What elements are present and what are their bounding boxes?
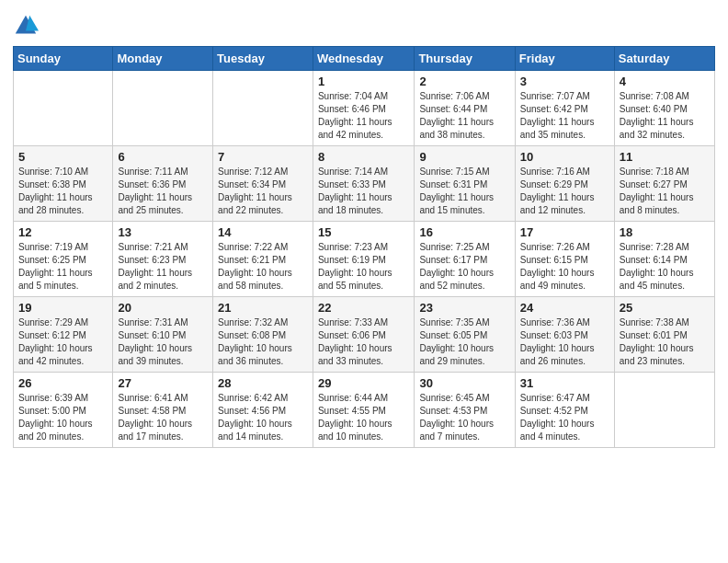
header-friday: Friday [515, 47, 614, 71]
day-number: 26 [18, 376, 108, 390]
day-number: 9 [419, 150, 509, 164]
day-number: 23 [419, 301, 509, 315]
day-info: Sunrise: 7:36 AM Sunset: 6:03 PM Dayligh… [520, 316, 609, 368]
day-number: 24 [520, 301, 609, 315]
day-info: Sunrise: 7:08 AM Sunset: 6:40 PM Dayligh… [620, 90, 710, 142]
day-info: Sunrise: 7:29 AM Sunset: 6:12 PM Dayligh… [18, 316, 108, 368]
day-info: Sunrise: 6:47 AM Sunset: 4:52 PM Dayligh… [520, 392, 609, 443]
header-thursday: Thursday [415, 47, 515, 71]
day-info: Sunrise: 7:25 AM Sunset: 6:17 PM Dayligh… [419, 241, 509, 293]
header-tuesday: Tuesday [213, 47, 313, 71]
cell-4-6: 24Sunrise: 7:36 AM Sunset: 6:03 PM Dayli… [515, 297, 614, 373]
page: SundayMondayTuesdayWednesdayThursdayFrid… [0, 0, 728, 563]
week-row-4: 19Sunrise: 7:29 AM Sunset: 6:12 PM Dayli… [14, 297, 715, 373]
cell-5-7 [614, 373, 714, 448]
day-number: 11 [620, 150, 710, 164]
header-sunday: Sunday [14, 47, 113, 71]
day-number: 3 [520, 75, 609, 88]
day-number: 31 [520, 376, 609, 390]
cell-4-1: 19Sunrise: 7:29 AM Sunset: 6:12 PM Dayli… [14, 297, 113, 373]
cell-2-4: 8Sunrise: 7:14 AM Sunset: 6:33 PM Daylig… [313, 146, 414, 222]
day-number: 30 [419, 376, 509, 390]
header-row: SundayMondayTuesdayWednesdayThursdayFrid… [14, 47, 715, 71]
cell-3-6: 17Sunrise: 7:26 AM Sunset: 6:15 PM Dayli… [515, 222, 614, 297]
logo [13, 13, 42, 39]
day-number: 19 [18, 301, 108, 315]
cell-4-3: 21Sunrise: 7:32 AM Sunset: 6:08 PM Dayli… [213, 297, 313, 373]
logo-icon [13, 13, 39, 39]
cell-5-2: 27Sunrise: 6:41 AM Sunset: 4:58 PM Dayli… [113, 373, 213, 448]
cell-3-7: 18Sunrise: 7:28 AM Sunset: 6:14 PM Dayli… [614, 222, 714, 297]
cell-3-2: 13Sunrise: 7:21 AM Sunset: 6:23 PM Dayli… [113, 222, 213, 297]
day-info: Sunrise: 7:35 AM Sunset: 6:05 PM Dayligh… [419, 316, 509, 368]
day-info: Sunrise: 7:28 AM Sunset: 6:14 PM Dayligh… [620, 241, 710, 293]
day-info: Sunrise: 7:16 AM Sunset: 6:29 PM Dayligh… [520, 166, 609, 217]
day-info: Sunrise: 7:31 AM Sunset: 6:10 PM Dayligh… [118, 316, 208, 368]
cell-4-5: 23Sunrise: 7:35 AM Sunset: 6:05 PM Dayli… [415, 297, 515, 373]
cell-1-5: 2Sunrise: 7:06 AM Sunset: 6:44 PM Daylig… [415, 71, 515, 146]
day-number: 20 [118, 301, 208, 315]
day-number: 16 [419, 225, 509, 239]
day-info: Sunrise: 6:41 AM Sunset: 4:58 PM Dayligh… [118, 392, 208, 443]
day-info: Sunrise: 7:15 AM Sunset: 6:31 PM Dayligh… [419, 166, 509, 217]
week-row-5: 26Sunrise: 6:39 AM Sunset: 5:00 PM Dayli… [14, 373, 715, 448]
day-number: 10 [520, 150, 609, 164]
day-info: Sunrise: 7:38 AM Sunset: 6:01 PM Dayligh… [620, 316, 710, 368]
day-info: Sunrise: 7:14 AM Sunset: 6:33 PM Dayligh… [318, 166, 409, 217]
day-number: 28 [218, 376, 308, 390]
day-info: Sunrise: 6:45 AM Sunset: 4:53 PM Dayligh… [419, 392, 509, 443]
day-number: 13 [118, 225, 208, 239]
day-info: Sunrise: 7:11 AM Sunset: 6:36 PM Dayligh… [118, 166, 208, 217]
day-number: 12 [18, 225, 108, 239]
week-row-3: 12Sunrise: 7:19 AM Sunset: 6:25 PM Dayli… [14, 222, 715, 297]
cell-3-5: 16Sunrise: 7:25 AM Sunset: 6:17 PM Dayli… [415, 222, 515, 297]
cell-4-7: 25Sunrise: 7:38 AM Sunset: 6:01 PM Dayli… [614, 297, 714, 373]
day-info: Sunrise: 7:19 AM Sunset: 6:25 PM Dayligh… [18, 241, 108, 293]
header-wednesday: Wednesday [313, 47, 414, 71]
day-number: 15 [318, 225, 409, 239]
day-number: 27 [118, 376, 208, 390]
day-number: 4 [620, 75, 710, 88]
cell-2-5: 9Sunrise: 7:15 AM Sunset: 6:31 PM Daylig… [415, 146, 515, 222]
day-info: Sunrise: 7:18 AM Sunset: 6:27 PM Dayligh… [620, 166, 710, 217]
week-row-2: 5Sunrise: 7:10 AM Sunset: 6:38 PM Daylig… [14, 146, 715, 222]
day-info: Sunrise: 7:33 AM Sunset: 6:06 PM Dayligh… [318, 316, 409, 368]
cell-2-7: 11Sunrise: 7:18 AM Sunset: 6:27 PM Dayli… [614, 146, 714, 222]
cell-1-7: 4Sunrise: 7:08 AM Sunset: 6:40 PM Daylig… [614, 71, 714, 146]
cell-3-3: 14Sunrise: 7:22 AM Sunset: 6:21 PM Dayli… [213, 222, 313, 297]
day-number: 21 [218, 301, 308, 315]
cell-2-2: 6Sunrise: 7:11 AM Sunset: 6:36 PM Daylig… [113, 146, 213, 222]
cell-3-4: 15Sunrise: 7:23 AM Sunset: 6:19 PM Dayli… [313, 222, 414, 297]
cell-4-4: 22Sunrise: 7:33 AM Sunset: 6:06 PM Dayli… [313, 297, 414, 373]
day-number: 8 [318, 150, 409, 164]
day-number: 5 [18, 150, 108, 164]
day-info: Sunrise: 6:42 AM Sunset: 4:56 PM Dayligh… [218, 392, 308, 443]
day-info: Sunrise: 7:12 AM Sunset: 6:34 PM Dayligh… [218, 166, 308, 217]
day-number: 22 [318, 301, 409, 315]
day-number: 29 [318, 376, 409, 390]
day-info: Sunrise: 7:07 AM Sunset: 6:42 PM Dayligh… [520, 90, 609, 142]
cell-2-6: 10Sunrise: 7:16 AM Sunset: 6:29 PM Dayli… [515, 146, 614, 222]
cell-1-4: 1Sunrise: 7:04 AM Sunset: 6:46 PM Daylig… [313, 71, 414, 146]
day-number: 2 [419, 75, 509, 88]
day-number: 25 [620, 301, 710, 315]
cell-4-2: 20Sunrise: 7:31 AM Sunset: 6:10 PM Dayli… [113, 297, 213, 373]
header-monday: Monday [113, 47, 213, 71]
cell-5-6: 31Sunrise: 6:47 AM Sunset: 4:52 PM Dayli… [515, 373, 614, 448]
cell-5-5: 30Sunrise: 6:45 AM Sunset: 4:53 PM Dayli… [415, 373, 515, 448]
day-info: Sunrise: 6:44 AM Sunset: 4:55 PM Dayligh… [318, 392, 409, 443]
cell-1-2 [113, 71, 213, 146]
day-number: 6 [118, 150, 208, 164]
day-info: Sunrise: 7:32 AM Sunset: 6:08 PM Dayligh… [218, 316, 308, 368]
cell-1-1 [14, 71, 113, 146]
day-info: Sunrise: 7:23 AM Sunset: 6:19 PM Dayligh… [318, 241, 409, 293]
cell-2-1: 5Sunrise: 7:10 AM Sunset: 6:38 PM Daylig… [14, 146, 113, 222]
day-number: 14 [218, 225, 308, 239]
cell-5-3: 28Sunrise: 6:42 AM Sunset: 4:56 PM Dayli… [213, 373, 313, 448]
day-number: 17 [520, 225, 609, 239]
day-info: Sunrise: 7:10 AM Sunset: 6:38 PM Dayligh… [18, 166, 108, 217]
cell-5-1: 26Sunrise: 6:39 AM Sunset: 5:00 PM Dayli… [14, 373, 113, 448]
cell-5-4: 29Sunrise: 6:44 AM Sunset: 4:55 PM Dayli… [313, 373, 414, 448]
cell-2-3: 7Sunrise: 7:12 AM Sunset: 6:34 PM Daylig… [213, 146, 313, 222]
day-info: Sunrise: 7:04 AM Sunset: 6:46 PM Dayligh… [318, 90, 409, 142]
